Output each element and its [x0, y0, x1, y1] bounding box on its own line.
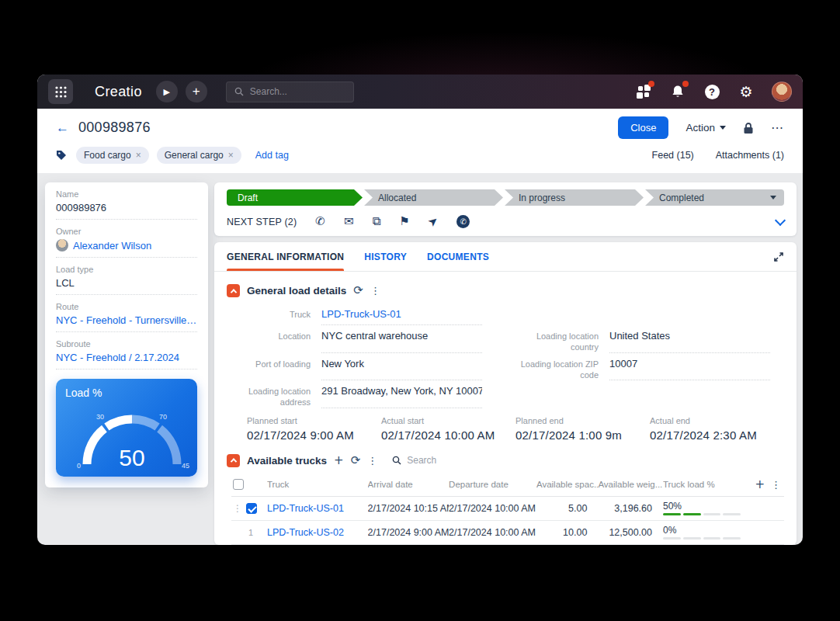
col-available-weight[interactable]: Available weig...: [598, 480, 663, 489]
settings-button[interactable]: ⚙: [738, 83, 755, 100]
kebab-menu-icon[interactable]: ⋮: [370, 286, 380, 296]
date-planned-end: Planned end 02/17/2024 1:00 9m: [515, 416, 650, 442]
tag-chip[interactable]: Food cargo ×: [76, 147, 149, 164]
lock-button[interactable]: [743, 122, 754, 134]
section-title: Available trucks: [247, 455, 327, 467]
load-percent-gauge: Load % 0 30 70 45 50: [56, 379, 197, 477]
load-progress-bar: [663, 513, 741, 515]
action-dropdown[interactable]: Action: [686, 122, 726, 134]
location-label: Location: [227, 325, 311, 353]
copy-icon[interactable]: ⧉: [373, 216, 381, 227]
location-field[interactable]: NYC central warehouse: [321, 325, 482, 353]
port-field[interactable]: New York: [321, 353, 482, 381]
chevron-down-icon: [720, 126, 726, 130]
trucks-search[interactable]: [392, 455, 477, 466]
attachments-link[interactable]: Attachments (1): [716, 150, 784, 161]
stage-allocated[interactable]: Allocated: [364, 189, 503, 206]
section-general-load-details: General load details ⟳ ⋮: [227, 284, 784, 297]
col-truck[interactable]: Truck: [267, 480, 368, 489]
tab-documents[interactable]: DOCUMENTS: [427, 242, 489, 271]
col-departure-date[interactable]: Departure date: [449, 480, 536, 489]
help-button[interactable]: ?: [703, 83, 720, 100]
select-all-checkbox[interactable]: [233, 479, 244, 490]
remove-tag-icon[interactable]: ×: [228, 150, 234, 161]
truck-label: Truck: [227, 304, 311, 325]
expand-stage-panel-icon[interactable]: [775, 214, 786, 225]
top-navbar: Creatio ▶ +: [37, 75, 803, 109]
send-icon[interactable]: ➤: [425, 214, 440, 230]
row-number: 1: [233, 528, 253, 537]
address-field[interactable]: 291 Broadway, New York, NY 10007, USA: [321, 380, 482, 408]
close-button[interactable]: Close: [618, 116, 668, 139]
gauge-value: 50: [119, 445, 144, 470]
table-row[interactable]: 1 LPD-Truck-US-02 2/17/2024 9:00 AM 2/17…: [231, 521, 784, 545]
field-subroute: Subroute NYC - Freehold / 2.17.2024: [56, 332, 197, 369]
col-arrival-date[interactable]: Arrival date: [368, 480, 450, 489]
whatsapp-icon[interactable]: ✆: [456, 215, 470, 228]
refresh-icon[interactable]: ⟳: [353, 285, 363, 297]
tab-history[interactable]: HISTORY: [364, 242, 407, 271]
gauge-tick-low: 30: [96, 413, 104, 421]
refresh-icon[interactable]: ⟳: [351, 455, 361, 467]
run-process-button[interactable]: ▶: [156, 81, 178, 102]
stage-in-progress[interactable]: In progress: [505, 189, 644, 206]
subroute-link[interactable]: NYC - Freehold / 2.17.2024: [56, 352, 197, 363]
add-tag-link[interactable]: Add tag: [255, 150, 289, 161]
date-value[interactable]: 02/17/2024 2:30 AM: [650, 428, 784, 442]
global-search-input[interactable]: [250, 86, 335, 97]
dates-row: Planned start 02/17/2024 9:00 AM Actual …: [247, 416, 784, 442]
truck-link[interactable]: LPD-Truck-US-02: [267, 527, 368, 538]
trucks-search-input[interactable]: [407, 455, 477, 466]
truck-field[interactable]: LPD-Truck-US-01: [321, 304, 482, 325]
zip-field[interactable]: 10007: [609, 353, 770, 381]
expand-panel-button[interactable]: [773, 252, 784, 262]
col-available-space[interactable]: Available spac...: [536, 480, 598, 489]
drag-handle-icon[interactable]: ⋮: [233, 503, 242, 514]
date-value[interactable]: 02/17/2024 1:00 9m: [515, 428, 650, 442]
add-record-icon[interactable]: +: [334, 455, 344, 467]
gauge-tick-max: 45: [182, 462, 189, 470]
remove-tag-icon[interactable]: ×: [136, 150, 141, 161]
table-row[interactable]: ⋮ LPD-Truck-US-01 2/17/2024 10:15 AM 2/1…: [231, 497, 784, 521]
collapse-section-button[interactable]: [227, 454, 240, 467]
field-name: Name 000989876: [56, 182, 197, 220]
tab-general-information[interactable]: GENERAL INFORMATION: [227, 242, 344, 271]
workspaces-button[interactable]: [635, 83, 652, 100]
tag-chip[interactable]: General cargo ×: [157, 147, 241, 164]
app-menu-button[interactable]: [48, 79, 73, 104]
tag-label: Food cargo: [84, 150, 131, 161]
date-label: Actual start: [381, 416, 515, 425]
stage-completed[interactable]: Completed: [645, 189, 784, 206]
email-icon[interactable]: ✉: [344, 216, 354, 227]
stage-dropdown-icon[interactable]: [770, 196, 776, 199]
country-field[interactable]: United States: [609, 325, 770, 353]
back-button[interactable]: ←: [56, 120, 69, 136]
chevron-up-icon: [230, 289, 236, 295]
departure-cell: 2/17/2024 10:00 AM: [449, 503, 536, 514]
stage-draft[interactable]: Draft: [227, 189, 363, 206]
gauge-tick-high: 70: [159, 413, 167, 421]
feed-link[interactable]: Feed (15): [652, 150, 694, 161]
notifications-button[interactable]: [669, 83, 686, 100]
call-icon[interactable]: ✆: [315, 216, 325, 227]
table-header: Truck Arrival date Departure date Availa…: [231, 474, 784, 497]
col-truck-load[interactable]: Truck load %: [663, 480, 755, 489]
row-checkbox[interactable]: [246, 503, 257, 514]
user-avatar[interactable]: [772, 82, 792, 102]
add-column-icon[interactable]: +: [755, 479, 765, 491]
collapse-section-button[interactable]: [227, 284, 240, 297]
route-link[interactable]: NYC - Freehold - Turnersville / 2.17.2..…: [56, 314, 197, 326]
action-label: Action: [686, 122, 715, 134]
date-value[interactable]: 02/17/2024 9:00 AM: [247, 428, 381, 442]
stage-label: Completed: [659, 193, 704, 203]
table-kebab-icon[interactable]: ⋮: [771, 480, 781, 490]
date-planned-start: Planned start 02/17/2024 9:00 AM: [247, 416, 381, 442]
kebab-menu-icon[interactable]: ⋮: [367, 456, 377, 466]
flag-icon[interactable]: ⚑: [399, 216, 409, 227]
quick-add-button[interactable]: +: [186, 81, 207, 102]
more-options-button[interactable]: ⋯: [771, 120, 784, 135]
date-value[interactable]: 02/17/2024 10:00 AM: [381, 428, 515, 442]
truck-link[interactable]: LPD-Truck-US-01: [267, 503, 368, 514]
global-search[interactable]: [226, 82, 354, 102]
owner-link[interactable]: Alexander Wilson: [73, 240, 151, 252]
